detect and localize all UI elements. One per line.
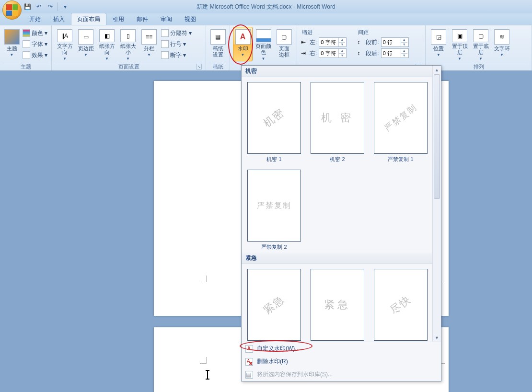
watermark-item-confidential-1[interactable]: 机密机密 1 xyxy=(247,82,301,163)
office-button[interactable] xyxy=(2,0,22,20)
columns-button[interactable]: ≡≡分栏▼ xyxy=(139,27,159,61)
tab-review[interactable]: 审阅 xyxy=(154,13,178,25)
fonts-icon xyxy=(23,40,30,48)
indent-left-field[interactable]: ⇤左:▲▼ xyxy=(301,37,347,47)
gallery-footer: A 自定义水印(W)... A✖ 删除水印(R) ▤ 将所选内容保存到水印库(S… xyxy=(242,342,441,381)
send-back-icon: ▢ xyxy=(473,29,488,42)
size-icon: ▯ xyxy=(120,29,136,42)
save-to-gallery-cmd: ▤ 将所选内容保存到水印库(S)... xyxy=(242,368,441,381)
watermark-button[interactable]: A 水印▼ xyxy=(233,27,253,61)
scroll-down-icon[interactable]: ▼ xyxy=(433,334,441,342)
tab-insert[interactable]: 插入 xyxy=(47,13,71,25)
watermark-item-urgent-2[interactable]: 紧急紧急 2 xyxy=(311,269,364,342)
indent-right-field[interactable]: ⇥右:▲▼ xyxy=(301,48,347,58)
group-page-setup-label: 页面设置 xyxy=(118,63,139,70)
spacing-after-icon: ↕ xyxy=(357,50,364,57)
size-button[interactable]: ▯纸张大小▼ xyxy=(118,27,138,61)
spacing-after-field[interactable]: ↕段后:▲▼ xyxy=(357,48,408,58)
text-direction-button[interactable]: ||A文字方向▼ xyxy=(55,27,75,61)
tab-home[interactable]: 开始 xyxy=(23,13,47,25)
margins-icon: ▭ xyxy=(78,29,93,45)
indent-heading: 缩进 xyxy=(301,29,347,36)
spacing-before-input[interactable] xyxy=(382,39,401,45)
linenumbers-icon xyxy=(161,40,169,48)
manuscript-button[interactable]: ▤稿纸 设置 xyxy=(209,27,227,61)
text-wrap-icon: ≋ xyxy=(494,29,509,45)
indent-left-input[interactable] xyxy=(319,39,338,45)
save-gallery-icon: ▤ xyxy=(245,371,253,379)
tab-references[interactable]: 引用 xyxy=(106,13,130,25)
group-page-setup: ||A文字方向▼ ▭页边距▼ ◧纸张方向▼ ▯纸张大小▼ ≡≡分栏▼ 分隔符 ▾… xyxy=(52,25,206,70)
ribbon: 主题▼ 颜色 ▾ 字体 ▾ 效果 ▾ 主题 ||A文字方向▼ ▭页边距▼ ◧纸张… xyxy=(0,25,532,71)
tab-page-layout[interactable]: 页面布局 xyxy=(71,13,106,25)
ribbon-tabs: 开始 插入 页面布局 引用 邮件 审阅 视图 xyxy=(0,13,532,25)
indent-right-icon: ⇥ xyxy=(301,50,308,57)
save-icon[interactable]: 💾 xyxy=(23,2,32,11)
watermark-item-urgent-1[interactable]: 紧急紧急 1 xyxy=(247,269,301,342)
group-arrange: ◲位置▼ ▣置于顶层▼ ▢置于底层▼ ≋文字环▼ 排列 xyxy=(426,25,532,70)
tab-mailings[interactable]: 邮件 xyxy=(130,13,154,25)
send-back-button[interactable]: ▢置于底层▼ xyxy=(471,27,491,61)
position-icon: ◲ xyxy=(431,29,446,45)
margins-button[interactable]: ▭页边距▼ xyxy=(76,27,96,61)
quick-access-toolbar: 💾 ↶ ↷ ▾ xyxy=(23,2,69,11)
indent-left-icon: ⇤ xyxy=(301,39,308,46)
line-numbers-button[interactable]: 行号 ▾ xyxy=(161,39,192,49)
scrollbar-thumb[interactable] xyxy=(434,74,440,199)
group-manuscript-label: 稿纸 xyxy=(213,63,223,70)
bring-front-icon: ▣ xyxy=(452,29,467,42)
colors-icon xyxy=(23,29,30,37)
orientation-button[interactable]: ◧纸张方向▼ xyxy=(97,27,117,61)
spacing-after-input[interactable] xyxy=(382,50,401,56)
undo-icon[interactable]: ↶ xyxy=(35,2,43,11)
window-title: 新建 Microsoft Office Word 文档.docx - Micro… xyxy=(0,3,532,11)
page-setup-launcher[interactable]: ↘ xyxy=(196,64,202,69)
custom-watermark-icon: A xyxy=(245,345,253,353)
page-borders-button[interactable]: ▢页面 边框 xyxy=(274,27,294,61)
qat-customize-icon[interactable]: ▾ xyxy=(61,2,69,11)
gallery-section-confidential: 机密 xyxy=(242,66,441,77)
columns-icon: ≡≡ xyxy=(141,29,157,45)
redo-icon[interactable]: ↷ xyxy=(46,2,55,11)
group-arrange-label: 排列 xyxy=(474,63,484,70)
theme-fonts[interactable]: 字体 ▾ xyxy=(23,39,47,49)
theme-effects[interactable]: 效果 ▾ xyxy=(23,50,47,60)
page-color-button[interactable]: 页面颜色▼ xyxy=(254,27,273,61)
hyphenation-icon xyxy=(161,51,169,59)
group-page-background: A 水印▼ 页面颜色▼ ▢页面 边框 xyxy=(230,25,297,70)
indent-right-input[interactable] xyxy=(319,50,338,56)
scroll-up-icon[interactable]: ▲ xyxy=(433,66,441,74)
remove-watermark-cmd[interactable]: A✖ 删除水印(R) xyxy=(242,355,441,368)
text-wrap-button[interactable]: ≋文字环▼ xyxy=(492,27,512,61)
tab-view[interactable]: 视图 xyxy=(178,13,202,25)
group-themes-label: 主题 xyxy=(21,63,31,70)
spacing-before-field[interactable]: ↕段前:▲▼ xyxy=(357,37,408,47)
effects-icon xyxy=(23,51,30,59)
custom-watermark-cmd[interactable]: A 自定义水印(W)... xyxy=(242,342,441,355)
watermark-item-asap-1[interactable]: 尽快尽快 1 xyxy=(374,269,428,342)
watermark-item-nocopy-1[interactable]: 严禁复制严禁复制 1 xyxy=(374,82,428,163)
watermark-gallery: 机密 机密机密 1 机 密机密 2 严禁复制严禁复制 1 严禁复制严禁复制 2 … xyxy=(241,65,441,381)
gallery-scrollbar[interactable]: ▲ ▼ xyxy=(432,66,441,342)
position-button[interactable]: ◲位置▼ xyxy=(428,27,449,61)
bring-front-button[interactable]: ▣置于顶层▼ xyxy=(450,27,470,61)
watermark-icon: A xyxy=(235,29,251,45)
text-direction-icon: ||A xyxy=(57,29,72,42)
hyphenation-button[interactable]: 断字 ▾ xyxy=(161,50,192,60)
breaks-button[interactable]: 分隔符 ▾ xyxy=(161,28,192,38)
spacing-before-icon: ↕ xyxy=(357,39,364,46)
spacing-heading: 间距 xyxy=(357,29,408,36)
page-color-icon xyxy=(256,29,271,42)
breaks-icon xyxy=(161,29,169,37)
themes-button[interactable]: 主题▼ xyxy=(3,27,21,61)
orientation-icon: ◧ xyxy=(99,29,115,42)
group-paragraph: 缩进 ⇤左:▲▼ ⇥右:▲▼ 间距 ↕段前:▲▼ ↕段后:▲▼ ↘ xyxy=(297,25,426,70)
group-manuscript: ▤稿纸 设置 稿纸 xyxy=(206,25,230,70)
watermark-item-nocopy-2[interactable]: 严禁复制严禁复制 2 xyxy=(247,170,301,251)
watermark-item-confidential-2[interactable]: 机 密机密 2 xyxy=(311,82,364,163)
manuscript-icon: ▤ xyxy=(210,29,226,45)
gallery-section-urgent: 紧急 xyxy=(242,253,441,264)
theme-colors[interactable]: 颜色 ▾ xyxy=(23,28,47,38)
group-themes: 主题▼ 颜色 ▾ 字体 ▾ 效果 ▾ 主题 xyxy=(0,25,52,70)
text-cursor xyxy=(207,370,208,379)
